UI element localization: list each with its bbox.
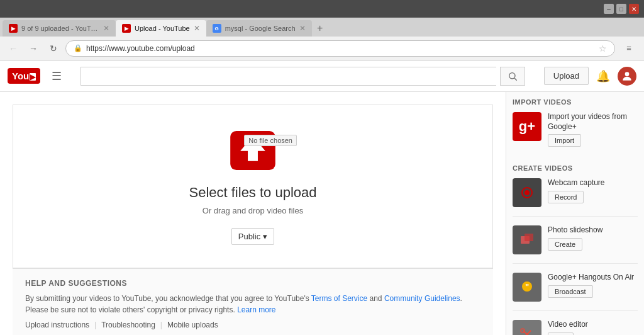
help-text: By submitting your videos to YouTube, yo… — [25, 293, 480, 315]
create-videos-section: CREATE VIDEOS Webcam capture Record — [513, 164, 638, 335]
search-area — [80, 67, 525, 86]
webcam-icon — [513, 178, 541, 207]
minimize-button[interactable]: – — [604, 4, 614, 14]
upload-icon-area[interactable]: No file chosen — [228, 128, 278, 174]
svg-rect-9 — [525, 234, 533, 241]
gplus-svg: g+ — [518, 117, 536, 136]
webcam-item: Webcam capture Record — [513, 178, 638, 217]
content-area: No file chosen Select files to upload Or… — [0, 92, 506, 335]
browser-tab-3[interactable]: G mysql - Google Search ✕ — [206, 20, 312, 37]
youtube-header: You▶ ☰ Upload 🔔 — [0, 60, 644, 92]
avatar[interactable] — [618, 67, 636, 86]
new-tab-button[interactable]: + — [312, 20, 328, 37]
search-icon — [508, 71, 518, 81]
webcam-content: Webcam capture Record — [548, 178, 638, 203]
import-item-content: Import your videos from Google+ Import — [548, 112, 638, 147]
header-right: Upload 🔔 — [544, 67, 636, 86]
bookmark-icon[interactable]: ☆ — [599, 43, 607, 54]
mobile-uploads-link[interactable]: Mobile uploads — [167, 321, 218, 329]
svg-point-2 — [625, 72, 630, 76]
troubleshooting-link[interactable]: Troubleshooting — [101, 321, 155, 329]
editor-content: Video editor Edit — [548, 320, 638, 335]
title-bar: – □ ✕ — [0, 0, 644, 18]
editor-item: Video editor Edit — [513, 320, 638, 335]
import-button[interactable]: Import — [548, 134, 581, 147]
browser-tab-2[interactable]: ▶ Upload - YouTube ✕ — [116, 20, 206, 37]
privacy-label: Public — [238, 232, 260, 241]
tab-title-1: 9 of 9 uploaded - YouTu... — [21, 25, 99, 32]
upload-container: No file chosen Select files to upload Or… — [13, 105, 493, 268]
hangouts-title: Google+ Hangouts On Air — [548, 273, 638, 283]
broadcast-button[interactable]: Broadcast — [548, 285, 593, 298]
search-input[interactable] — [80, 67, 496, 86]
webcam-title: Webcam capture — [548, 178, 638, 188]
extensions-area: ≡ — [619, 41, 639, 56]
record-button[interactable]: Record — [548, 191, 584, 203]
slideshow-title: Photo slideshow — [548, 225, 638, 236]
avatar-icon — [621, 70, 633, 82]
privacy-dropdown[interactable]: Public ▾ — [231, 228, 274, 245]
community-link[interactable]: Community Guidelines — [384, 294, 460, 303]
upload-instructions-link[interactable]: Upload instructions — [25, 321, 89, 329]
main-area: No file chosen Select files to upload Or… — [0, 92, 644, 335]
upload-subtitle: Or drag and drop video files — [203, 206, 303, 215]
import-item-title: Import your videos from Google+ — [548, 112, 638, 132]
help-section: HELP AND SUGGESTIONS By submitting your … — [13, 268, 493, 335]
create-slideshow-button[interactable]: Create — [548, 238, 582, 251]
tab-close-3[interactable]: ✕ — [299, 24, 306, 33]
hangouts-content: Google+ Hangouts On Air Broadcast — [548, 273, 638, 298]
extension-button[interactable]: ≡ — [621, 41, 636, 56]
privacy-arrow-icon: ▾ — [263, 232, 267, 241]
svg-point-7 — [525, 190, 530, 195]
tab-favicon-1: ▶ — [9, 24, 18, 33]
editor-svg — [518, 326, 536, 335]
tab-favicon-2: ▶ — [122, 24, 131, 33]
help-text-before-tos: By submitting your videos to YouTube, yo… — [25, 294, 311, 303]
tab-close-2[interactable]: ✕ — [194, 24, 200, 33]
upload-button[interactable]: Upload — [544, 67, 589, 85]
search-button[interactable] — [500, 67, 525, 86]
help-links: Upload instructions | Troubleshooting | … — [25, 321, 480, 329]
svg-point-0 — [509, 72, 514, 78]
menu-icon[interactable]: ☰ — [52, 69, 62, 83]
learn-more-link[interactable]: Learn more — [237, 305, 275, 314]
tos-link[interactable]: Terms of Service — [311, 294, 367, 303]
security-icon: 🔒 — [74, 44, 82, 52]
youtube-logo: You▶ — [8, 68, 40, 84]
back-button[interactable]: ← — [5, 40, 21, 57]
google-plus-icon: g+ — [513, 112, 541, 141]
youtube-logo-icon: You▶ — [8, 68, 40, 84]
no-file-badge: No file chosen — [244, 135, 297, 146]
hangouts-item: " Google+ Hangouts On Air Broadcast — [513, 273, 638, 311]
hangouts-svg: " — [518, 278, 536, 296]
divider-2: | — [160, 321, 162, 329]
slideshow-item: Photo slideshow Create — [513, 225, 638, 264]
youtube-app: You▶ ☰ Upload 🔔 — [0, 60, 644, 335]
url-bar[interactable]: 🔒 https://www.youtube.com/upload ☆ — [65, 40, 615, 57]
browser-tab-1[interactable]: ▶ 9 of 9 uploaded - YouTu... ✕ — [3, 20, 116, 37]
import-videos-section: IMPORT VIDEOS g+ Import your videos from… — [513, 98, 638, 156]
notifications-icon[interactable]: 🔔 — [596, 69, 610, 83]
slideshow-icon — [513, 225, 541, 254]
edit-button[interactable]: Edit — [548, 332, 574, 335]
tab-title-3: mysql - Google Search — [225, 25, 296, 32]
svg-line-1 — [514, 78, 517, 81]
refresh-button[interactable]: ↻ — [45, 40, 62, 57]
tab-close-1[interactable]: ✕ — [103, 24, 109, 33]
url-text: https://www.youtube.com/upload — [86, 44, 592, 53]
address-bar: ← → ↻ 🔒 https://www.youtube.com/upload ☆… — [0, 37, 644, 60]
maximize-button[interactable]: □ — [616, 4, 626, 14]
help-title: HELP AND SUGGESTIONS — [25, 279, 480, 288]
import-google-plus-item: g+ Import your videos from Google+ Impor… — [513, 112, 638, 156]
window-controls: – □ ✕ — [604, 4, 639, 14]
forward-button[interactable]: → — [25, 40, 42, 57]
tab-title-2: Upload - YouTube — [135, 25, 190, 32]
divider-1: | — [94, 321, 96, 329]
browser-chrome: – □ ✕ ▶ 9 of 9 uploaded - YouTu... ✕ ▶ U… — [0, 0, 644, 335]
help-text-between: and — [367, 294, 384, 303]
svg-text:g+: g+ — [519, 118, 535, 134]
close-button[interactable]: ✕ — [629, 4, 639, 14]
editor-icon — [513, 320, 541, 335]
tab-favicon-3: G — [213, 24, 221, 33]
webcam-svg — [518, 184, 536, 202]
